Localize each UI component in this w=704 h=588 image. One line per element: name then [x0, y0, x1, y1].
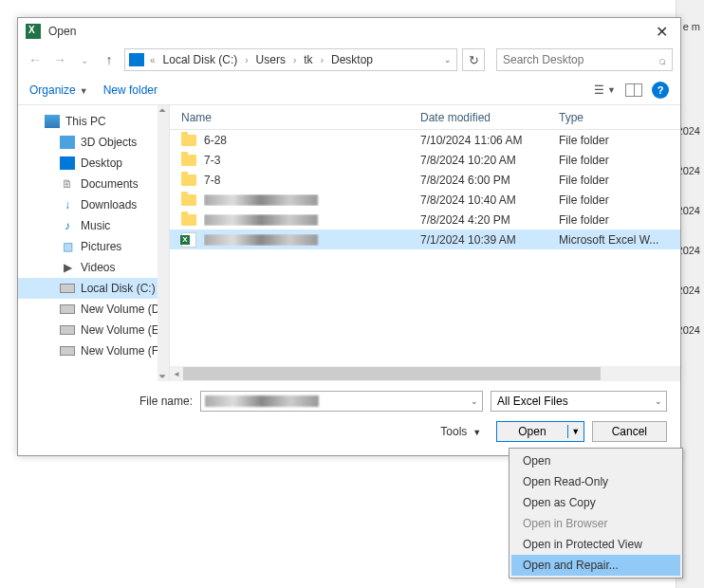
tree-pictures[interactable]: ▧Pictures: [18, 236, 169, 257]
breadcrumb-item[interactable]: Users: [252, 53, 289, 66]
search-box[interactable]: ⌕: [496, 48, 673, 71]
dialog-title: Open: [48, 25, 650, 38]
recent-dropdown[interactable]: ⌄: [75, 50, 94, 69]
folder-icon: [181, 133, 198, 148]
file-date: 7/1/2024 10:39 AM: [420, 233, 559, 247]
file-name: [204, 234, 420, 246]
tree-scrollbar[interactable]: [157, 105, 169, 381]
pc-icon: [45, 115, 60, 128]
chevron-down-icon[interactable]: ⌄: [471, 396, 478, 406]
chevron-down-icon: ⌄: [655, 396, 662, 406]
menu-open-copy[interactable]: Open as Copy: [511, 492, 680, 513]
file-date: 7/8/2024 10:40 AM: [420, 193, 559, 207]
menu-open-repair[interactable]: Open and Repair...: [511, 555, 680, 576]
menu-open-readonly[interactable]: Open Read-Only: [511, 471, 680, 492]
back-button[interactable]: ←: [26, 50, 45, 69]
filename-input[interactable]: ⌄: [200, 391, 483, 412]
toolbar: Organize▼ New folder ☰▼ ?: [18, 75, 680, 105]
menu-open-browser: Open in Browser: [511, 513, 680, 534]
file-type: File folder: [559, 134, 680, 147]
tree-videos[interactable]: ▶Videos: [18, 257, 169, 278]
tree-3d-objects[interactable]: 3D Objects: [18, 132, 169, 153]
forward-button[interactable]: →: [50, 50, 69, 69]
open-button[interactable]: Open ▼: [496, 421, 584, 442]
close-button[interactable]: ✕: [650, 23, 673, 41]
tree-downloads[interactable]: ↓Downloads: [18, 194, 169, 215]
file-date: 7/8/2024 6:00 PM: [420, 174, 559, 187]
file-name: [204, 214, 420, 226]
history-dropdown[interactable]: ⌄: [441, 55, 454, 64]
h-scrollbar[interactable]: [170, 366, 680, 381]
menu-open[interactable]: Open: [511, 450, 680, 471]
col-type[interactable]: Type: [559, 111, 680, 124]
list-row[interactable]: 7/8/2024 4:20 PMFile folder: [170, 210, 680, 230]
picture-icon: ▧: [60, 240, 75, 253]
file-type: File folder: [559, 213, 680, 227]
disk-icon: [60, 325, 75, 335]
view-mode-button[interactable]: ☰▼: [594, 83, 616, 97]
search-icon: ⌕: [658, 53, 666, 67]
titlebar: Open ✕: [18, 18, 680, 45]
up-button[interactable]: ↑: [100, 50, 119, 69]
file-type: File folder: [559, 174, 680, 187]
dialog-footer: File name: ⌄ All Excel Files⌄ Tools▼ Ope…: [18, 381, 680, 455]
disk-icon: [60, 346, 75, 356]
tools-menu[interactable]: Tools▼: [440, 425, 481, 438]
tree-this-pc[interactable]: This PC: [18, 111, 169, 132]
file-date: 7/10/2024 11:06 AM: [420, 134, 559, 147]
tree-disk-f[interactable]: New Volume (F:): [18, 340, 169, 361]
list-header: Name Date modified Type: [170, 105, 680, 130]
tree-documents[interactable]: 🗎Documents: [18, 174, 169, 194]
tree-music[interactable]: ♪Music: [18, 215, 169, 236]
nav-bar: ← → ⌄ ↑ « Local Disk (C:) › Users › tk ›…: [18, 45, 680, 75]
list-row[interactable]: 7-87/8/2024 6:00 PMFile folder: [170, 170, 680, 190]
file-date: 7/8/2024 10:20 AM: [420, 154, 559, 167]
excel-file-icon: [181, 232, 198, 248]
file-name: [204, 194, 420, 206]
open-dropdown-arrow[interactable]: ▼: [568, 427, 584, 436]
col-name[interactable]: Name: [181, 111, 420, 124]
file-type: File folder: [559, 154, 680, 167]
refresh-button[interactable]: ↻: [462, 48, 485, 71]
folder-icon: [181, 173, 198, 188]
folder-icon: [181, 153, 198, 168]
col-date[interactable]: Date modified: [420, 111, 559, 124]
address-bar[interactable]: « Local Disk (C:) › Users › tk › Desktop…: [124, 48, 457, 71]
document-icon: 🗎: [60, 177, 75, 191]
cancel-button[interactable]: Cancel: [592, 421, 667, 442]
file-name: 7-3: [204, 154, 420, 167]
menu-open-protected[interactable]: Open in Protected View: [511, 534, 680, 555]
video-icon: ▶: [60, 261, 75, 274]
folder-icon: [181, 212, 198, 228]
open-options-menu: Open Open Read-Only Open as Copy Open in…: [509, 448, 683, 579]
list-row[interactable]: 7-37/8/2024 10:20 AMFile folder: [170, 150, 680, 170]
help-button[interactable]: ?: [652, 82, 669, 99]
list-row[interactable]: 7/1/2024 10:39 AMMicrosoft Excel W...: [170, 230, 680, 249]
tree-disk-e[interactable]: New Volume (E:): [18, 320, 169, 340]
music-icon: ♪: [60, 219, 75, 232]
breadcrumb-item[interactable]: tk: [300, 53, 316, 66]
download-icon: ↓: [60, 198, 75, 211]
breadcrumb-item[interactable]: Local Disk (C:): [159, 53, 242, 66]
file-filter-dropdown[interactable]: All Excel Files⌄: [491, 391, 667, 412]
file-type: Microsoft Excel W...: [559, 233, 680, 247]
breadcrumb-item[interactable]: Desktop: [327, 53, 377, 66]
list-row[interactable]: 6-287/10/2024 11:06 AMFile folder: [170, 130, 680, 150]
tree-disk-d[interactable]: New Volume (D:): [18, 299, 169, 320]
new-folder-button[interactable]: New folder: [103, 83, 157, 97]
cube-icon: [60, 136, 75, 149]
desktop-icon: [60, 156, 75, 170]
folder-icon: [181, 193, 198, 208]
disk-icon: [60, 304, 75, 314]
tree-desktop[interactable]: Desktop: [18, 153, 169, 174]
drive-icon: [129, 53, 144, 66]
redacted-text: [205, 395, 319, 407]
file-date: 7/8/2024 4:20 PM: [420, 213, 559, 227]
bg-text: e m: [683, 21, 700, 32]
search-input[interactable]: [503, 53, 658, 66]
organize-menu[interactable]: Organize▼: [29, 83, 88, 97]
breadcrumb-sep: «: [148, 55, 157, 65]
list-row[interactable]: 7/8/2024 10:40 AMFile folder: [170, 190, 680, 210]
tree-disk-c[interactable]: Local Disk (C:): [18, 278, 169, 299]
preview-pane-button[interactable]: [625, 83, 642, 97]
